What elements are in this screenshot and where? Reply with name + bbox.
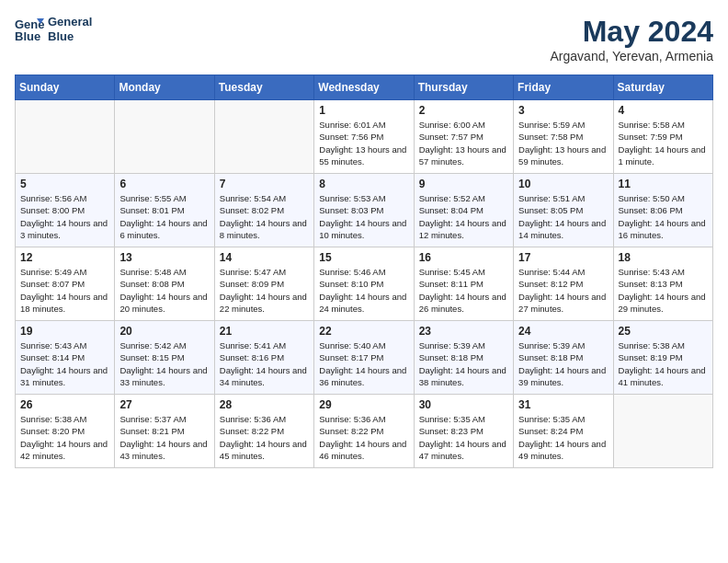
day-info: Sunrise: 5:41 AM Sunset: 8:16 PM Dayligh… <box>220 339 309 388</box>
calendar-day: 23Sunrise: 5:39 AM Sunset: 8:18 PM Dayli… <box>414 321 513 395</box>
calendar-day: 4Sunrise: 5:58 AM Sunset: 7:59 PM Daylig… <box>613 100 712 174</box>
calendar-day: 16Sunrise: 5:45 AM Sunset: 8:11 PM Dayli… <box>414 247 513 321</box>
day-number: 14 <box>220 251 309 264</box>
calendar-day: 14Sunrise: 5:47 AM Sunset: 8:09 PM Dayli… <box>214 247 313 321</box>
weekday-header-friday: Friday <box>514 75 613 100</box>
weekday-header-wednesday: Wednesday <box>314 75 414 100</box>
calendar-day: 20Sunrise: 5:42 AM Sunset: 8:15 PM Dayli… <box>115 321 214 395</box>
calendar-day: 1Sunrise: 6:01 AM Sunset: 7:56 PM Daylig… <box>314 100 414 174</box>
calendar-day: 25Sunrise: 5:38 AM Sunset: 8:19 PM Dayli… <box>613 321 712 395</box>
day-info: Sunrise: 5:38 AM Sunset: 8:19 PM Dayligh… <box>619 339 708 388</box>
day-number: 13 <box>119 251 209 264</box>
day-info: Sunrise: 5:40 AM Sunset: 8:17 PM Dayligh… <box>319 339 408 388</box>
day-info: Sunrise: 5:43 AM Sunset: 8:13 PM Dayligh… <box>619 266 708 315</box>
day-number: 19 <box>20 325 109 338</box>
day-number: 31 <box>518 398 608 411</box>
day-info: Sunrise: 6:00 AM Sunset: 7:57 PM Dayligh… <box>419 119 508 167</box>
day-info: Sunrise: 5:53 AM Sunset: 8:03 PM Dayligh… <box>319 192 408 241</box>
day-number: 27 <box>119 398 209 411</box>
weekday-header-row: SundayMondayTuesdayWednesdayThursdayFrid… <box>16 75 713 100</box>
day-number: 12 <box>20 251 109 264</box>
calendar-day: 24Sunrise: 5:39 AM Sunset: 8:18 PM Dayli… <box>514 321 613 395</box>
day-info: Sunrise: 5:51 AM Sunset: 8:05 PM Dayligh… <box>518 192 608 241</box>
day-info: Sunrise: 5:36 AM Sunset: 8:22 PM Dayligh… <box>319 413 408 462</box>
calendar-week-4: 19Sunrise: 5:43 AM Sunset: 8:14 PM Dayli… <box>16 321 713 395</box>
day-info: Sunrise: 5:49 AM Sunset: 8:07 PM Dayligh… <box>20 266 109 315</box>
day-info: Sunrise: 5:42 AM Sunset: 8:15 PM Dayligh… <box>119 339 209 388</box>
calendar-day: 11Sunrise: 5:50 AM Sunset: 8:06 PM Dayli… <box>613 174 712 247</box>
calendar-day: 3Sunrise: 5:59 AM Sunset: 7:58 PM Daylig… <box>514 100 613 174</box>
day-info: Sunrise: 5:55 AM Sunset: 8:01 PM Dayligh… <box>119 192 209 241</box>
weekday-header-monday: Monday <box>115 75 214 100</box>
day-info: Sunrise: 5:47 AM Sunset: 8:09 PM Dayligh… <box>220 266 309 315</box>
day-number: 20 <box>119 325 209 338</box>
month-title: May 2024 <box>551 15 713 49</box>
calendar-day: 30Sunrise: 5:35 AM Sunset: 8:23 PM Dayli… <box>414 395 513 468</box>
calendar-week-5: 26Sunrise: 5:38 AM Sunset: 8:20 PM Dayli… <box>16 395 713 468</box>
calendar-day: 21Sunrise: 5:41 AM Sunset: 8:16 PM Dayli… <box>214 321 313 395</box>
day-number: 3 <box>518 104 608 117</box>
calendar-day <box>16 100 115 174</box>
logo-icon: General Blue <box>15 17 44 42</box>
day-info: Sunrise: 5:50 AM Sunset: 8:06 PM Dayligh… <box>619 192 708 241</box>
logo-blue: Blue <box>48 29 92 44</box>
calendar-week-3: 12Sunrise: 5:49 AM Sunset: 8:07 PM Dayli… <box>16 247 713 321</box>
day-info: Sunrise: 5:36 AM Sunset: 8:22 PM Dayligh… <box>220 413 309 462</box>
day-number: 11 <box>619 178 708 190</box>
calendar-day <box>613 395 712 468</box>
day-number: 6 <box>119 178 209 190</box>
day-number: 8 <box>319 178 408 190</box>
day-info: Sunrise: 5:35 AM Sunset: 8:24 PM Dayligh… <box>518 413 608 462</box>
day-number: 24 <box>518 325 608 338</box>
day-info: Sunrise: 5:35 AM Sunset: 8:23 PM Dayligh… <box>419 413 508 462</box>
calendar-day: 28Sunrise: 5:36 AM Sunset: 8:22 PM Dayli… <box>214 395 313 468</box>
calendar-table: SundayMondayTuesdayWednesdayThursdayFrid… <box>15 75 713 468</box>
day-number: 17 <box>518 251 608 264</box>
day-number: 26 <box>20 398 109 411</box>
calendar-day: 6Sunrise: 5:55 AM Sunset: 8:01 PM Daylig… <box>115 174 214 247</box>
day-number: 25 <box>619 325 708 338</box>
weekday-header-saturday: Saturday <box>613 75 712 100</box>
day-info: Sunrise: 5:43 AM Sunset: 8:14 PM Dayligh… <box>20 339 109 388</box>
day-number: 21 <box>220 325 309 338</box>
day-number: 28 <box>220 398 309 411</box>
calendar-day: 2Sunrise: 6:00 AM Sunset: 7:57 PM Daylig… <box>414 100 513 174</box>
day-number: 18 <box>619 251 708 264</box>
calendar-day: 17Sunrise: 5:44 AM Sunset: 8:12 PM Dayli… <box>514 247 613 321</box>
calendar-day: 13Sunrise: 5:48 AM Sunset: 8:08 PM Dayli… <box>115 247 214 321</box>
day-number: 10 <box>518 178 608 190</box>
day-info: Sunrise: 5:45 AM Sunset: 8:11 PM Dayligh… <box>419 266 508 315</box>
calendar-day: 7Sunrise: 5:54 AM Sunset: 8:02 PM Daylig… <box>214 174 313 247</box>
day-info: Sunrise: 5:38 AM Sunset: 8:20 PM Dayligh… <box>20 413 109 462</box>
day-number: 15 <box>319 251 408 264</box>
day-info: Sunrise: 6:01 AM Sunset: 7:56 PM Dayligh… <box>319 119 408 167</box>
day-number: 7 <box>220 178 309 190</box>
weekday-header-thursday: Thursday <box>414 75 513 100</box>
weekday-header-tuesday: Tuesday <box>214 75 313 100</box>
day-number: 29 <box>319 398 408 411</box>
day-number: 4 <box>619 104 708 117</box>
calendar-day: 12Sunrise: 5:49 AM Sunset: 8:07 PM Dayli… <box>16 247 115 321</box>
calendar-day: 8Sunrise: 5:53 AM Sunset: 8:03 PM Daylig… <box>314 174 414 247</box>
day-number: 1 <box>319 104 408 117</box>
calendar-day: 19Sunrise: 5:43 AM Sunset: 8:14 PM Dayli… <box>16 321 115 395</box>
day-info: Sunrise: 5:52 AM Sunset: 8:04 PM Dayligh… <box>419 192 508 241</box>
weekday-header-sunday: Sunday <box>16 75 115 100</box>
calendar-week-2: 5Sunrise: 5:56 AM Sunset: 8:00 PM Daylig… <box>16 174 713 247</box>
day-info: Sunrise: 5:39 AM Sunset: 8:18 PM Dayligh… <box>419 339 508 388</box>
day-info: Sunrise: 5:46 AM Sunset: 8:10 PM Dayligh… <box>319 266 408 315</box>
day-info: Sunrise: 5:48 AM Sunset: 8:08 PM Dayligh… <box>119 266 209 315</box>
calendar-day: 15Sunrise: 5:46 AM Sunset: 8:10 PM Dayli… <box>314 247 414 321</box>
day-number: 2 <box>419 104 508 117</box>
day-number: 22 <box>319 325 408 338</box>
day-info: Sunrise: 5:58 AM Sunset: 7:59 PM Dayligh… <box>619 119 708 167</box>
logo-general: General <box>48 15 92 29</box>
calendar-week-1: 1Sunrise: 6:01 AM Sunset: 7:56 PM Daylig… <box>16 100 713 174</box>
calendar-day: 18Sunrise: 5:43 AM Sunset: 8:13 PM Dayli… <box>613 247 712 321</box>
location: Argavand, Yerevan, Armenia <box>551 49 713 63</box>
day-info: Sunrise: 5:59 AM Sunset: 7:58 PM Dayligh… <box>518 119 608 167</box>
day-info: Sunrise: 5:39 AM Sunset: 8:18 PM Dayligh… <box>518 339 608 388</box>
calendar-day <box>115 100 214 174</box>
day-number: 23 <box>419 325 508 338</box>
day-number: 5 <box>20 178 109 190</box>
